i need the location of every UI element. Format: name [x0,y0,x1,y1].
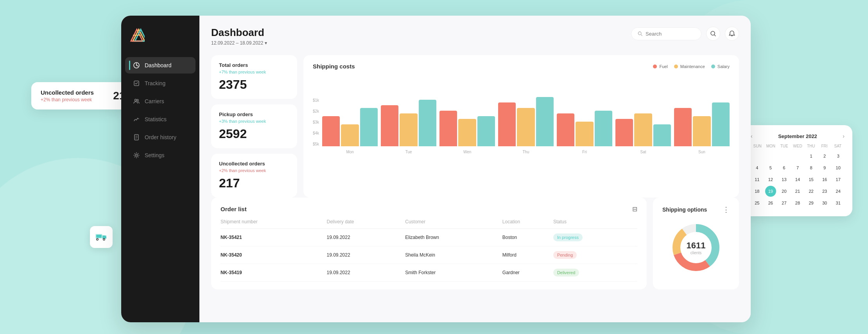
day-label: Thu [522,150,529,154]
calendar-day[interactable]: 31 [833,198,844,208]
shipping-options-card: Shipping options ⋮ 1611 [653,198,739,289]
calendar-day[interactable]: 28 [792,198,803,208]
calendar-day[interactable]: 13 [778,174,789,185]
sidebar-item-carriers[interactable]: Carriers [125,93,195,110]
stat-sub-0: +7% than previous week [219,70,289,74]
donut-center: 1611 clients [687,241,706,255]
sidebar-label-order-history: Order history [145,134,176,140]
sidebar-item-tracking[interactable]: Tracking [125,75,195,92]
calendar-day[interactable]: 27 [778,198,789,208]
sidebar-item-settings[interactable]: Settings [125,147,195,163]
table-head: Shipment number Delivery date Customer L… [221,219,637,229]
order-history-icon [133,134,140,141]
calendar-widget: ‹ September 2022 › SUNMONTUEWEDTHUFRISAT… [743,125,852,216]
statistics-icon [133,116,140,123]
sidebar-item-dashboard[interactable]: Dashboard [125,57,195,74]
calendar-prev-button[interactable]: ‹ [751,133,753,139]
y-label-1k: $1k [313,98,319,102]
calendar-day[interactable]: 15 [806,174,817,185]
sidebar-item-statistics[interactable]: Statistics [125,111,195,127]
notification-button[interactable] [725,27,739,41]
calendar-day[interactable]: 10 [833,162,844,173]
search-button[interactable] [706,27,720,41]
shipment-id-1: NK-35420 [221,246,327,264]
date-selector[interactable]: 12.09.2022 – 18.09.2022 ▾ [211,40,267,46]
calendar-day[interactable]: 24 [833,186,844,197]
date-dropdown-icon: ▾ [265,40,267,46]
calendar-day[interactable]: 20 [778,186,789,197]
calendar-day[interactable]: 1 [806,151,817,162]
bar [536,97,554,146]
day-group: Sat [615,88,671,146]
order-list-header: Order list ⊟ [221,205,637,213]
donut-chart: 1611 clients [669,220,723,275]
stat-value-0: 2375 [219,77,289,92]
search-input[interactable] [646,31,695,37]
calendar-day[interactable]: 26 [765,198,776,208]
calendar-day[interactable]: 3 [833,151,844,162]
day-label: Sat [640,150,646,154]
calendar-day[interactable]: 6 [778,162,789,173]
svg-rect-1 [96,235,102,238]
calendar-day[interactable]: 19 [765,186,776,197]
calendar-day[interactable]: 2 [819,151,830,162]
bar [653,124,671,146]
day-label: Wen [463,150,471,154]
calendar-day[interactable]: 30 [819,198,830,208]
calendar-day[interactable]: 22 [806,186,817,197]
settings-icon [133,152,140,159]
sidebar-item-order-history[interactable]: Order history [125,129,195,145]
col-location: Location [502,219,553,229]
location-0: Boston [502,229,553,246]
bar [341,124,359,146]
bar [615,119,633,146]
calendar-day[interactable]: 8 [806,162,817,173]
table-body: NK-35421 19.09.2022 Elizabeth Brown Bost… [221,229,637,282]
maintenance-label: Maintenance [680,64,705,69]
more-button[interactable]: ⋮ [723,205,730,214]
search-icon [638,31,642,36]
calendar-day[interactable]: 23 [819,186,830,197]
day-group: Thu [498,88,554,146]
calendar-day[interactable]: 17 [833,174,844,185]
calendar-day-headers: SUNMONTUEWEDTHUFRISAT [751,144,845,148]
bar [458,119,476,146]
filter-button[interactable]: ⊟ [632,205,637,213]
chart-header: Shipping costs Fuel Maintenance Salar [313,63,730,70]
delivery-date-2: 19.09.2022 [327,264,405,282]
calendar-day[interactable]: 9 [819,162,830,173]
sidebar-label-carriers: Carriers [145,98,164,104]
donut-label: clients [687,251,706,255]
day-label: Tue [405,150,412,154]
calendar-day[interactable]: 12 [765,174,776,185]
calendar-day[interactable]: 21 [792,186,803,197]
calendar-next-button[interactable]: › [843,133,845,139]
shipment-id-2: NK-35419 [221,264,327,282]
stat-card-total-orders: Total orders +7% than previous week 2375 [211,55,297,99]
bar [322,116,340,146]
calendar-day[interactable]: 4 [751,162,762,173]
top-section: Total orders +7% than previous week 2375… [211,55,739,198]
calendar-day[interactable]: 25 [751,198,762,208]
table-row: NK-35420 19.09.2022 Sheila McKein Milfor… [221,246,637,264]
svg-point-17 [136,154,138,156]
calendar-day[interactable]: 14 [792,174,803,185]
orders-table: Shipment number Delivery date Customer L… [221,219,637,282]
stat-label-0: Total orders [219,62,289,68]
y-axis: $5k $4k $3k $2k $1k [313,92,319,146]
bar [595,111,612,146]
calendar-day[interactable]: 18 [751,186,762,197]
order-list-card: Order list ⊟ Shipment number Delivery da… [211,198,647,289]
calendar-day[interactable]: 29 [806,198,817,208]
calendar-day[interactable]: 16 [819,174,830,185]
customer-2: Smith Forkster [405,264,502,282]
status-1: Pending [553,246,637,264]
bell-icon [729,31,735,37]
y-label-2k: $2k [313,109,319,113]
search-bar[interactable] [631,27,701,40]
calendar-day[interactable]: 5 [765,162,776,173]
calendar-day[interactable]: 11 [751,174,762,185]
search-icon-btn [710,31,716,37]
calendar-day [792,151,803,162]
calendar-day[interactable]: 7 [792,162,803,173]
